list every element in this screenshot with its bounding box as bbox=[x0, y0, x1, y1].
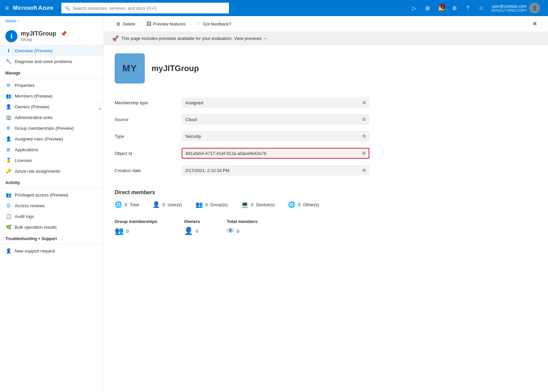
source-label: Source bbox=[115, 117, 182, 122]
object-id-label: Object Id bbox=[115, 151, 182, 156]
devices-label: Device(s) bbox=[256, 202, 275, 207]
sidebar-item-overview[interactable]: ℹ Overview (Preview) bbox=[0, 45, 104, 56]
sidebar-item-audit-logs[interactable]: 📋 Audit logs bbox=[0, 211, 104, 222]
sidebar-item-new-support[interactable]: 👤 New support request bbox=[0, 245, 104, 256]
resource-title: myJITGroup bbox=[21, 30, 56, 37]
troubleshooting-section-label: Troubleshooting + Support bbox=[0, 232, 104, 242]
properties-table: Membership type Assigned ⧉ Source Cloud … bbox=[115, 94, 537, 179]
activity-section-label: Activity bbox=[0, 176, 104, 186]
user-info: user@contoso.com DEFAULT DIRECTORY bbox=[491, 4, 527, 12]
info-nav-icon: ℹ bbox=[5, 48, 11, 53]
properties-icon: ⚙ bbox=[5, 82, 11, 88]
portal-menu-button[interactable]: ⊞ bbox=[422, 2, 434, 14]
help-icon: ? bbox=[466, 5, 469, 11]
members-icon: 👥 bbox=[5, 93, 11, 99]
sidebar-item-admin-units[interactable]: 🏢 Administrative units bbox=[0, 112, 104, 123]
property-row-type: Type Security ⧉ bbox=[115, 128, 537, 145]
search-bar[interactable]: 🔍 bbox=[61, 3, 229, 13]
collapse-sidebar-button[interactable]: « bbox=[97, 102, 104, 116]
resource-icon: ℹ bbox=[5, 30, 17, 42]
avatar: 👤 bbox=[529, 3, 540, 13]
direct-members-title: Direct members bbox=[115, 189, 537, 195]
preview-banner: 🚀 This page includes previews available … bbox=[104, 32, 548, 45]
creation-date-value: 2/17/2021, 2:10:34 PM ⧉ bbox=[182, 165, 369, 175]
delete-label: Delete bbox=[123, 21, 135, 26]
right-panel: 🗑 Delete 🖼 Preview features ♡ Got feedba… bbox=[104, 16, 548, 392]
sidebar-item-label: Administrative units bbox=[15, 115, 53, 120]
property-row-creation-date: Creation date 2/17/2021, 2:10:34 PM ⧉ bbox=[115, 162, 537, 179]
sidebar-item-owners[interactable]: 👤 Owners (Preview) bbox=[0, 101, 104, 112]
sidebar-item-applications[interactable]: ⊞ Applications bbox=[0, 144, 104, 155]
main-content: MY myJITGroup Membership type Assigned ⧉… bbox=[104, 45, 548, 243]
delete-icon: 🗑 bbox=[116, 21, 121, 26]
type-text: Security bbox=[185, 134, 201, 139]
pin-icon[interactable]: 📌 bbox=[60, 31, 67, 37]
settings-button[interactable]: ⚙ bbox=[448, 2, 461, 14]
sidebar-item-azure-role[interactable]: 🔑 Azure role assignments bbox=[0, 166, 104, 176]
licenses-icon: 🏅 bbox=[5, 158, 11, 163]
sidebar-item-diagnose[interactable]: 🔧 Diagnose and solve problems bbox=[0, 56, 104, 67]
type-copy[interactable]: ⧉ bbox=[363, 133, 366, 139]
notifications-button[interactable]: 🔔 1 bbox=[435, 2, 447, 14]
creation-date-text: 2/17/2021, 2:10:34 PM bbox=[185, 168, 230, 173]
toolbar-divider-1 bbox=[141, 20, 141, 28]
sidebar-item-members[interactable]: 👥 Members (Preview) bbox=[0, 91, 104, 101]
sidebar-item-licenses[interactable]: 🏅 Licenses bbox=[0, 155, 104, 166]
owners-count: 0 bbox=[196, 229, 198, 234]
delete-button[interactable]: 🗑 Delete bbox=[112, 19, 139, 29]
azure-role-icon: 🔑 bbox=[5, 168, 11, 174]
sidebar-item-assigned-roles[interactable]: 👤 Assigned roles (Preview) bbox=[0, 133, 104, 144]
sidebar-item-bulk-ops[interactable]: 🌿 Bulk operation results bbox=[0, 222, 104, 232]
group-memberships-value: 👥 0 bbox=[115, 227, 157, 235]
cloud-shell-button[interactable]: ▷ bbox=[408, 2, 420, 14]
gear-icon: ⚙ bbox=[452, 5, 457, 11]
feedback-button[interactable]: ♡ Got feedback? bbox=[192, 19, 235, 29]
devices-icon: 💻 bbox=[241, 201, 248, 208]
user-menu[interactable]: user@contoso.com DEFAULT DIRECTORY 👤 bbox=[489, 3, 543, 13]
close-button[interactable]: ✕ bbox=[530, 19, 540, 29]
property-row-object-id: Object Id b91afa54-4717-41ef-912a-a0ace8… bbox=[115, 145, 537, 162]
sidebar-item-properties[interactable]: ⚙ Properties bbox=[0, 80, 104, 91]
preview-features-button[interactable]: 🖼 Preview features bbox=[142, 19, 190, 29]
sidebar-item-label: Assigned roles (Preview) bbox=[15, 136, 63, 142]
feedback-button[interactable]: ☺ bbox=[475, 2, 487, 14]
total-value: 0 bbox=[125, 202, 127, 207]
object-id-copy[interactable]: ⧉ bbox=[362, 151, 365, 156]
search-input[interactable] bbox=[73, 6, 226, 11]
membership-type-copy[interactable]: ⧉ bbox=[363, 100, 366, 105]
cloud-shell-icon: ▷ bbox=[412, 5, 416, 11]
source-copy[interactable]: ⧉ bbox=[363, 117, 366, 122]
others-icon: 🌐 bbox=[288, 201, 295, 208]
sidebar-item-label: Overview (Preview) bbox=[15, 48, 53, 53]
sidebar-item-label: Bulk operation results bbox=[15, 225, 57, 230]
object-id-value: b91afa54-4717-41ef-912a-a0ace8e42e76 ⧉ bbox=[182, 148, 369, 159]
sidebar-item-label: Diagnose and solve problems bbox=[15, 59, 72, 64]
group-memberships-icon: 👥 bbox=[115, 227, 124, 235]
brand-logo: Microsoft Azure bbox=[13, 5, 53, 11]
sidebar-item-label: Owners (Preview) bbox=[15, 104, 49, 109]
preview-banner-text: This page includes previews available fo… bbox=[121, 36, 267, 41]
creation-date-copy[interactable]: ⧉ bbox=[363, 168, 366, 173]
owners-stat-icon: 👤 bbox=[184, 227, 193, 235]
home-link[interactable]: Home bbox=[5, 19, 16, 23]
users-label: User(s) bbox=[168, 202, 182, 207]
sidebar-nav: ℹ Overview (Preview) 🔧 Diagnose and solv… bbox=[0, 45, 104, 392]
info-icon: ℹ bbox=[10, 33, 13, 40]
group-memberships-count: 0 bbox=[126, 229, 129, 234]
sidebar-item-privileged-access[interactable]: 👥 Privileged access (Preview) bbox=[0, 189, 104, 200]
toolbar: 🗑 Delete 🖼 Preview features ♡ Got feedba… bbox=[104, 16, 548, 32]
total-label: Total bbox=[130, 202, 139, 207]
source-value: Cloud ⧉ bbox=[182, 114, 369, 124]
left-panel: Home › ℹ myJITGroup 📌 Group « bbox=[0, 16, 104, 392]
resource-subtitle: Group bbox=[21, 37, 67, 42]
sidebar-item-access-reviews[interactable]: ☰ Access reviews bbox=[0, 200, 104, 211]
sidebar-item-group-memberships[interactable]: ⚙ Group memberships (Preview) bbox=[0, 123, 104, 133]
help-button[interactable]: ? bbox=[462, 2, 474, 14]
manage-section-label: Manage bbox=[0, 67, 104, 77]
hamburger-menu[interactable]: ≡ bbox=[5, 5, 9, 12]
owners-icon: 👤 bbox=[5, 104, 11, 109]
user-directory: DEFAULT DIRECTORY bbox=[491, 9, 527, 12]
property-row-source: Source Cloud ⧉ bbox=[115, 111, 537, 128]
breadcrumb-separator: › bbox=[17, 19, 18, 23]
resource-header: ℹ myJITGroup 📌 Group bbox=[0, 26, 104, 45]
